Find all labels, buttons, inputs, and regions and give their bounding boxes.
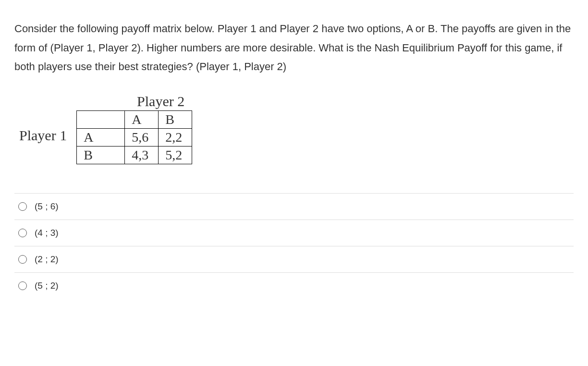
cell-ab: 2,2	[159, 128, 192, 146]
payoff-table: A B A 5,6 2,2 B 4,3 5,2	[76, 110, 192, 164]
radio-button[interactable]	[18, 229, 27, 237]
player2-label: Player 2	[137, 93, 184, 110]
options-container: (5 ; 6) (4 ; 3) (2 ; 2) (5 ; 2)	[14, 193, 574, 299]
option-row[interactable]: (4 ; 3)	[14, 220, 574, 246]
option-label[interactable]: (4 ; 3)	[35, 228, 59, 238]
option-label[interactable]: (2 ; 2)	[35, 254, 59, 265]
cell-bb: 5,2	[159, 146, 192, 164]
col-header-a: A	[125, 110, 159, 128]
option-label[interactable]: (5 ; 6)	[35, 201, 59, 212]
payoff-matrix-container: Player 1 Player 2 A B A 5,6 2,2 B 4,3 5,…	[19, 93, 574, 164]
radio-button[interactable]	[18, 281, 27, 290]
radio-button[interactable]	[18, 202, 27, 211]
radio-button[interactable]	[18, 255, 27, 264]
option-row[interactable]: (5 ; 6)	[14, 193, 574, 220]
cell-ba: 4,3	[125, 146, 159, 164]
col-header-b: B	[159, 110, 192, 128]
option-row[interactable]: (5 ; 2)	[14, 272, 574, 299]
question-text: Consider the following payoff matrix bel…	[14, 19, 574, 76]
option-row[interactable]: (2 ; 2)	[14, 246, 574, 272]
option-label[interactable]: (5 ; 2)	[35, 281, 59, 291]
table-corner-cell	[77, 110, 125, 128]
row-header-a: A	[77, 128, 125, 146]
cell-aa: 5,6	[125, 128, 159, 146]
player1-label: Player 1	[19, 127, 67, 144]
row-header-b: B	[77, 146, 125, 164]
